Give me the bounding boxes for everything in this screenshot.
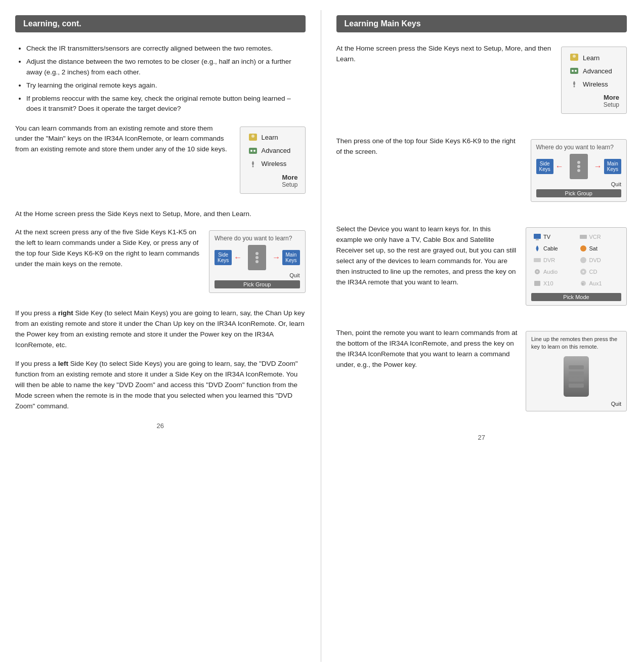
pick-group-row-left: SideKeys ← → MainKeys — [215, 245, 299, 270]
svg-point-4 — [253, 150, 255, 152]
right-page-number: 27 — [336, 434, 627, 441]
svg-point-5 — [252, 165, 253, 167]
quit-label-left: Quit — [215, 272, 299, 278]
arrow-left-icon: ← — [234, 253, 242, 262]
para3-right: Select the Device you want to learn keys… — [336, 224, 518, 288]
lineup-text: Line up the remotes then press the key t… — [531, 335, 621, 351]
menu-learn-item-right: Learn — [569, 52, 619, 63]
pick-mode-button: Pick Mode — [531, 293, 621, 301]
device-sat: Sat — [577, 243, 622, 254]
svg-rect-13 — [536, 239, 539, 240]
svg-point-10 — [575, 70, 577, 72]
left-pick-group-image: Where do you want to learn? SideKeys ← →… — [209, 230, 305, 293]
svg-rect-16 — [534, 258, 541, 262]
menu-advanced-item-right: Advanced — [569, 65, 619, 76]
device-grid: TV VCR Cable Sat — [531, 232, 621, 301]
bullet-item: If problems reoccur with the same key, c… — [26, 94, 306, 114]
svg-point-19 — [536, 271, 538, 273]
para1-right: At the Home screen press the Side Keys n… — [336, 44, 553, 65]
side-keys-label-right: SideKeys — [536, 159, 553, 174]
para5-left: If you press a left Side Key (to select … — [15, 359, 306, 412]
device-cd: CD — [577, 267, 622, 277]
pick-group-label-left: Pick Group — [215, 280, 299, 288]
bullet-item: Adjust the distance between the two remo… — [26, 57, 306, 77]
pick-mode-image: TV VCR Cable Sat — [526, 227, 627, 306]
right-pick-group-image: Where do you want to learn? SideKeys ← →… — [531, 139, 627, 202]
menu-advanced-item-left: Advanced — [247, 145, 298, 156]
para2-left: At the Home screen press the Side Keys n… — [15, 209, 306, 220]
left-page-number: 26 — [15, 422, 306, 430]
right-section-2: Then press one of the top four Side Keys… — [336, 136, 627, 209]
arrow-left-icon-right: ← — [555, 162, 564, 171]
menu-more-setup-right: More Setup — [569, 94, 619, 108]
remote-image-left — [248, 245, 266, 270]
device-audio: Audio — [531, 267, 576, 277]
pick-group-title-left: Where do you want to learn? — [215, 235, 299, 242]
learn-icon-right — [569, 52, 580, 63]
right-section-3: Select the Device you want to learn keys… — [336, 224, 627, 313]
wireless-icon-right — [569, 78, 580, 90]
advanced-icon-right — [569, 65, 580, 76]
pick-group-row-right: SideKeys ← → MainKeys — [536, 154, 621, 179]
arrow-right-icon: → — [272, 253, 280, 262]
right-column: Learning Main Keys At the Home screen pr… — [321, 10, 637, 662]
right-section-1: At the Home screen press the Side Keys n… — [336, 44, 627, 121]
quit-label-right: Quit — [536, 181, 621, 187]
left-section-header: Learning, cont. — [15, 15, 306, 32]
device-x10: X10 — [531, 278, 576, 288]
para1: You can learn commands from an existing … — [15, 123, 232, 155]
svg-point-21 — [582, 271, 584, 273]
svg-point-17 — [580, 257, 586, 263]
device-tv: TV — [531, 232, 576, 242]
side-keys-label-left: SideKeys — [215, 250, 232, 265]
para3-left: At the next screen press any of the five… — [15, 227, 201, 270]
bullet-item: Try learning the original remote keys ag… — [26, 80, 306, 91]
wireless-icon — [247, 158, 259, 170]
device-vcr: VCR — [577, 232, 622, 242]
lineup-image: Line up the remotes then press the key t… — [526, 331, 627, 411]
menu-wireless-item-right: Wireless — [569, 78, 619, 90]
pick-group-label-right: Pick Group — [536, 189, 621, 197]
pick-group-title-right: Where do you want to learn? — [536, 144, 621, 151]
arrow-right-icon-right: → — [594, 162, 602, 171]
svg-rect-14 — [580, 235, 587, 239]
bullet-list: Check the IR transmitters/sensors are co… — [15, 44, 306, 114]
svg-point-11 — [574, 86, 575, 88]
right-section-header: Learning Main Keys — [336, 15, 627, 32]
device-dvr: DVR — [531, 255, 576, 265]
learn-icon — [247, 132, 259, 143]
svg-rect-2 — [249, 148, 257, 154]
main-keys-label-right: MainKeys — [604, 159, 621, 174]
right-section-4: Then, point the remote you want to learn… — [336, 328, 627, 418]
svg-point-3 — [250, 150, 252, 152]
left-column: Learning, cont. Check the IR transmitter… — [5, 10, 321, 662]
svg-rect-22 — [534, 281, 540, 286]
svg-point-7 — [573, 55, 576, 58]
device-aux1: ? Aux1 — [577, 278, 622, 288]
menu-wireless-item-left: Wireless — [247, 158, 298, 170]
lineup-quit-label: Quit — [531, 401, 621, 407]
remote-image-right — [570, 154, 588, 179]
svg-rect-8 — [570, 68, 578, 74]
para2-right: Then press one of the top four Side Keys… — [336, 136, 523, 157]
lineup-remote-wrapper — [531, 354, 621, 399]
svg-point-1 — [251, 135, 254, 138]
main-keys-label-left: MainKeys — [282, 250, 299, 265]
para4-right: Then, point the remote you want to learn… — [336, 328, 518, 370]
svg-point-9 — [572, 70, 574, 72]
device-dvd: DVD — [577, 255, 622, 265]
left-menu-image-1: Learn Advanced Wireless More Setup — [240, 127, 306, 194]
svg-point-15 — [580, 245, 586, 251]
bullet-item: Check the IR transmitters/sensors are co… — [26, 44, 306, 54]
menu-more-setup-left: More Setup — [247, 174, 298, 188]
advanced-icon — [247, 145, 259, 156]
right-menu-image-1: Learn Advanced Wireless — [561, 47, 627, 114]
svg-rect-12 — [534, 234, 541, 239]
para4-left: If you press a right Side Key (to select… — [15, 308, 306, 351]
device-cable: Cable — [531, 243, 576, 254]
menu-learn-item-left: Learn — [247, 132, 298, 143]
lineup-remote — [564, 356, 589, 397]
